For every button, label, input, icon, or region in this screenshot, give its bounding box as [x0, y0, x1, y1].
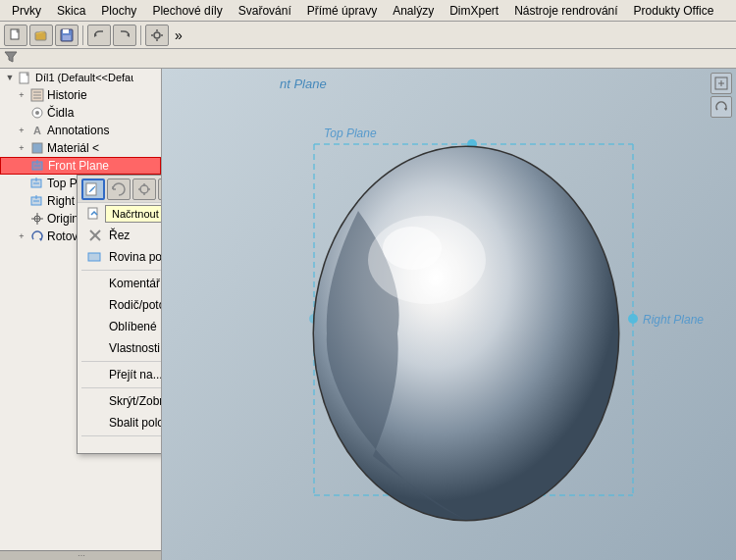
tree-icon-6 — [29, 193, 45, 209]
tree-expand-7[interactable] — [16, 213, 27, 225]
tree-expand-3[interactable]: + — [16, 142, 27, 154]
ctx-item-6[interactable]: Vlastnosti... — [78, 337, 162, 359]
menu-skica[interactable]: Skica — [49, 2, 93, 20]
ctx-icon-1 — [85, 228, 105, 243]
ctx-item-9[interactable]: Sbalit položky — [78, 412, 162, 433]
ctx-item-2[interactable]: Rovina pohyblivého řezu — [78, 246, 162, 268]
context-menu: Načrtnout skicu 3D skica na rovině Řez — [77, 175, 162, 454]
tree-icon-4 — [30, 158, 46, 174]
tree-item-front-plane[interactable]: Front Plane — [0, 157, 161, 175]
tree-item-1[interactable]: Čidla — [0, 104, 161, 122]
tree-label-4: Front Plane — [48, 159, 109, 173]
svg-rect-49 — [88, 253, 100, 261]
ctx-icon-8 — [85, 393, 105, 409]
ctx-btn3[interactable] — [132, 178, 156, 200]
ctx-btn2[interactable] — [107, 178, 131, 200]
toolbar-sep1 — [82, 25, 83, 45]
menu-svarovani[interactable]: Svařování — [231, 2, 299, 20]
toolbar-sep2 — [140, 25, 141, 45]
menu-dimxpert[interactable]: DimXpert — [442, 2, 506, 20]
tooltip-text: Načrtnout skicu — [112, 208, 162, 220]
toolbar-save[interactable] — [55, 25, 79, 46]
tree-icon-1 — [29, 105, 45, 121]
menu-analyzy[interactable]: Analýzy — [385, 2, 442, 20]
ctx-item-8[interactable]: Skrýt/Zobrazit položky stromu... — [78, 390, 162, 412]
ctx-sep-0 — [81, 270, 162, 271]
ctx-label-7: Přejít na... — [109, 368, 162, 382]
filterbar — [0, 49, 736, 69]
ctx-label-2: Rovina pohyblivého řezu — [109, 250, 162, 264]
panel-divider[interactable]: ⋯ — [0, 550, 162, 560]
toolbar-new[interactable] — [4, 25, 27, 46]
left-panel: ▼ Díl1 (Default<<Default>_Displa + Histo… — [0, 69, 162, 560]
toolbar-redo[interactable] — [113, 25, 136, 46]
tree-expand-4[interactable] — [17, 160, 28, 172]
svg-point-55 — [628, 314, 638, 324]
menubar: Prvky Skica Plochy Plechové díly Svařová… — [0, 0, 736, 22]
tree-root[interactable]: ▼ Díl1 (Default<<Default>_Displa — [0, 69, 161, 86]
tree-icon-2: A — [29, 123, 45, 138]
tree-expand-6[interactable] — [16, 195, 27, 207]
ctx-icon-4 — [85, 297, 105, 313]
menu-nastroje[interactable]: Nástroje rendrování — [506, 2, 625, 20]
tree-item-0[interactable]: + Historie — [0, 86, 161, 104]
ctx-sep-2 — [81, 387, 162, 388]
ctx-label-5: Oblíbené — [109, 320, 157, 333]
svg-rect-5 — [63, 35, 71, 40]
viewport: nt Plane — [162, 69, 736, 560]
ctx-label-3: Komentář — [109, 277, 160, 290]
viewport-svg: Right Plane Top Plane — [162, 69, 736, 560]
tree-icon-origin — [29, 211, 45, 227]
tree-icon-5 — [29, 176, 45, 191]
ctx-sketch-btn[interactable] — [81, 178, 105, 200]
ctx-item-7[interactable]: Přejít na... — [78, 364, 162, 385]
toolbar-open[interactable] — [29, 25, 53, 46]
menu-prvky[interactable]: Prvky — [4, 2, 49, 20]
toolbar-undo[interactable] — [87, 25, 111, 46]
tree-item-2[interactable]: + A Annotations — [0, 122, 161, 139]
ctx-icon-6 — [85, 340, 105, 356]
svg-point-39 — [140, 185, 148, 193]
ctx-sep-3 — [81, 435, 162, 436]
nav-zoom-extent[interactable] — [710, 73, 732, 94]
tree-expand-5[interactable] — [16, 178, 27, 189]
tree-item-3[interactable]: + Materiál < — [0, 139, 161, 157]
ctx-item-4[interactable]: Rodič/potomek... — [78, 294, 162, 316]
menu-plochy[interactable]: Plochy — [93, 2, 144, 20]
toolbar: » — [0, 22, 736, 49]
ctx-item-3[interactable]: Komentář ▶ — [78, 273, 162, 294]
ctx-icon-7 — [85, 367, 105, 382]
svg-marker-13 — [5, 52, 17, 62]
ctx-label-1: Řez — [109, 229, 130, 242]
ctx-icon-3 — [85, 276, 105, 291]
svg-point-8 — [154, 32, 160, 38]
tree-expand-0[interactable]: + — [16, 89, 27, 101]
tree-expand-8[interactable]: + — [16, 230, 27, 242]
toolbar-options[interactable] — [145, 25, 169, 46]
filter-icon[interactable] — [4, 50, 18, 67]
ctx-icon-9 — [85, 415, 105, 431]
menu-plechove[interactable]: Plechové díly — [144, 2, 230, 20]
tree-icon-root — [18, 70, 33, 85]
svg-text:Right Plane: Right Plane — [643, 313, 704, 327]
tree-expand-1[interactable] — [16, 107, 27, 119]
tree-label-2: Annotations — [47, 124, 109, 137]
ctx-label-6: Vlastnosti... — [109, 341, 162, 355]
ctx-item-1[interactable]: Řez — [78, 225, 162, 246]
ctx-icon-5 — [85, 319, 105, 334]
svg-rect-4 — [63, 29, 69, 33]
toolbar-more[interactable]: » — [171, 27, 186, 43]
tree-label-7: Origin — [47, 212, 79, 226]
ctx-label-4: Rodič/potomek... — [109, 298, 162, 312]
ctx-more[interactable]: ▼ — [78, 438, 162, 453]
main-area: ▼ Díl1 (Default<<Default>_Displa + Histo… — [0, 69, 736, 560]
menu-prime[interactable]: Přímé úpravy — [299, 2, 385, 20]
nav-rotate[interactable] — [710, 96, 732, 118]
ctx-icon-2 — [85, 249, 105, 265]
tree-expand-root[interactable]: ▼ — [4, 72, 16, 83]
ctx-item-5[interactable]: Oblíbené — [78, 316, 162, 337]
tree-expand-2[interactable]: + — [16, 125, 27, 136]
nav-area — [710, 73, 732, 118]
menu-produkty[interactable]: Produkty Office — [626, 2, 722, 20]
tree-root-label: Díl1 (Default<<Default>_Displa — [35, 72, 133, 83]
